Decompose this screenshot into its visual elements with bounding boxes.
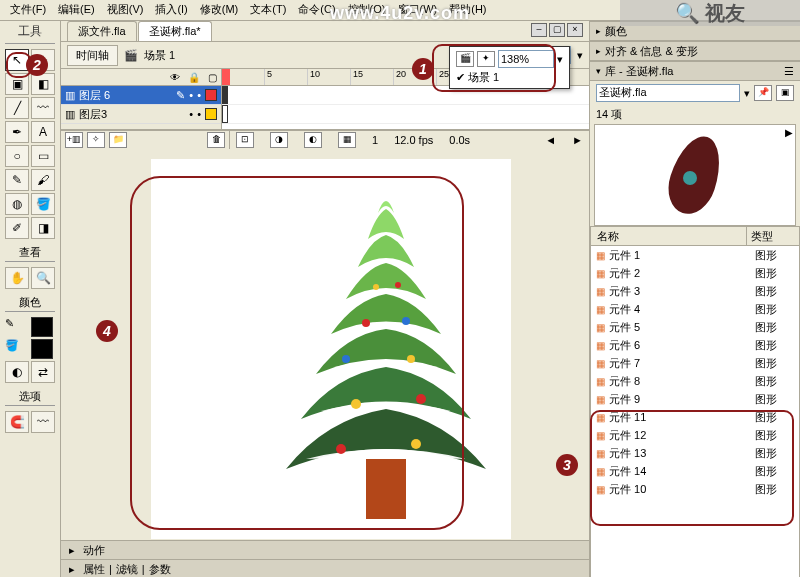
library-item-row[interactable]: ▦元件 5图形 <box>591 318 799 336</box>
new-folder-button[interactable]: 📁 <box>109 132 127 148</box>
selector-arrow-icon[interactable]: ▾ <box>744 87 750 100</box>
library-item-row[interactable]: ▦元件 7图形 <box>591 354 799 372</box>
properties-tab[interactable]: 属性 <box>83 562 105 577</box>
col-name-header[interactable]: 名称 <box>591 227 747 245</box>
scene-popup-item[interactable]: 场景 1 <box>468 70 499 85</box>
minimize-button[interactable]: – <box>531 23 547 37</box>
library-panel-header[interactable]: ▾库 - 圣诞树.fla☰ <box>590 61 800 81</box>
layer-row[interactable]: ▥ 图层3 •• <box>61 105 221 124</box>
edit-multiple-button[interactable]: ▦ <box>338 132 356 148</box>
graphic-icon: ▦ <box>591 304 609 315</box>
item-type: 图形 <box>755 446 799 461</box>
hand-tool[interactable]: ✋ <box>5 267 29 289</box>
timeline-toggle-button[interactable]: 时间轴 <box>67 45 118 66</box>
library-item-row[interactable]: ▦元件 10图形 <box>591 480 799 498</box>
timeline-track[interactable] <box>222 105 589 124</box>
filters-tab[interactable]: 滤镜 <box>116 562 138 577</box>
restore-button[interactable]: ▢ <box>549 23 565 37</box>
ink-bottle-tool[interactable]: ◍ <box>5 193 29 215</box>
properties-panel-bar[interactable]: ▸ 属性 | 滤镜 | 参数 <box>61 559 589 577</box>
zoom-tool[interactable]: 🔍 <box>31 267 55 289</box>
eraser-tool[interactable]: ◨ <box>31 217 55 239</box>
library-item-row[interactable]: ▦元件 2图形 <box>591 264 799 282</box>
library-item-row[interactable]: ▦元件 4图形 <box>591 300 799 318</box>
paint-bucket-tool[interactable]: 🪣 <box>31 193 55 215</box>
edit-scene-icon[interactable]: 🎬 <box>456 51 474 67</box>
snap-option[interactable]: 🧲 <box>5 411 29 433</box>
zoom-popup-arrow-icon[interactable]: ▾ <box>557 53 563 66</box>
playhead[interactable] <box>222 69 230 85</box>
edit-symbol-icon[interactable]: ✦ <box>477 51 495 67</box>
line-tool[interactable]: ╱ <box>5 97 29 119</box>
tab-source[interactable]: 源文件.fla <box>67 21 137 41</box>
stage-canvas[interactable] <box>151 159 511 539</box>
gradient-tool[interactable]: ◧ <box>31 73 55 95</box>
stage-viewport[interactable] <box>61 149 589 540</box>
library-item-row[interactable]: ▦元件 14图形 <box>591 462 799 480</box>
zoom-popup-input[interactable] <box>498 50 554 68</box>
keyframe[interactable] <box>222 105 228 123</box>
tab-active[interactable]: 圣诞树.fla* <box>138 21 212 41</box>
fill-color-swatch[interactable] <box>31 339 53 359</box>
center-frame-button[interactable]: ⊡ <box>236 132 254 148</box>
library-item-row[interactable]: ▦元件 13图形 <box>591 444 799 462</box>
expand-arrow-icon[interactable]: ▸ <box>69 563 79 576</box>
menu-edit[interactable]: 编辑(E) <box>52 0 101 20</box>
delete-layer-button[interactable]: 🗑 <box>207 132 225 148</box>
actions-panel-bar[interactable]: ▸ 动作 <box>61 540 589 559</box>
menu-file[interactable]: 文件(F) <box>4 0 52 20</box>
swap-color-button[interactable]: ⇄ <box>31 361 55 383</box>
pen-tool[interactable]: ✒ <box>5 121 29 143</box>
pencil-tool[interactable]: ✎ <box>5 169 29 191</box>
eye-column-icon[interactable]: 👁 <box>170 72 180 83</box>
panel-menu-icon[interactable]: ☰ <box>784 65 794 78</box>
scroll-right-icon[interactable]: ► <box>572 134 583 146</box>
col-type-header[interactable]: 类型 <box>747 227 799 245</box>
eyedropper-tool[interactable]: ✐ <box>5 217 29 239</box>
library-item-row[interactable]: ▦元件 9图形 <box>591 390 799 408</box>
library-item-row[interactable]: ▦元件 8图形 <box>591 372 799 390</box>
new-motion-guide-button[interactable]: ✧ <box>87 132 105 148</box>
lasso-tool[interactable]: 〰 <box>31 97 55 119</box>
library-item-row[interactable]: ▦元件 12图形 <box>591 426 799 444</box>
callout-2: 2 <box>26 54 48 76</box>
expand-arrow-icon[interactable]: ▸ <box>69 544 79 557</box>
library-list[interactable]: ▦元件 1图形▦元件 2图形▦元件 3图形▦元件 4图形▦元件 5图形▦元件 6… <box>590 246 800 577</box>
align-panel-header[interactable]: ▸对齐 & 信息 & 变形 <box>590 41 800 61</box>
layer-row-selected[interactable]: ▥ 图层 6 ✎•• <box>61 86 221 105</box>
rect-tool[interactable]: ▭ <box>31 145 55 167</box>
scroll-left-icon[interactable]: ◄ <box>545 134 556 146</box>
oval-tool[interactable]: ○ <box>5 145 29 167</box>
svg-point-3 <box>351 399 361 409</box>
stroke-color-swatch[interactable] <box>31 317 53 337</box>
menu-modify[interactable]: 修改(M) <box>194 0 245 20</box>
library-file-selector[interactable]: 圣诞树.fla <box>596 84 740 102</box>
menu-text[interactable]: 文本(T) <box>244 0 292 20</box>
smooth-option[interactable]: 〰 <box>31 411 55 433</box>
zoom-dropdown-icon[interactable]: ▾ <box>577 49 583 62</box>
library-item-row[interactable]: ▦元件 3图形 <box>591 282 799 300</box>
menu-view[interactable]: 视图(V) <box>101 0 150 20</box>
outline-column-icon[interactable]: ▢ <box>208 72 217 83</box>
text-tool[interactable]: A <box>31 121 55 143</box>
divider <box>5 405 55 406</box>
free-transform-tool[interactable]: ▣ <box>5 73 29 95</box>
bw-color-button[interactable]: ◐ <box>5 361 29 383</box>
lock-column-icon[interactable]: 🔒 <box>188 72 200 83</box>
onion-skin-button[interactable]: ◑ <box>270 132 288 148</box>
menu-insert[interactable]: 插入(I) <box>149 0 193 20</box>
new-library-button[interactable]: ▣ <box>776 85 794 101</box>
new-layer-button[interactable]: +▥ <box>65 132 83 148</box>
library-item-row[interactable]: ▦元件 6图形 <box>591 336 799 354</box>
onion-outline-button[interactable]: ◐ <box>304 132 322 148</box>
brush-tool[interactable]: 🖌 <box>31 169 55 191</box>
keyframe[interactable] <box>222 86 228 104</box>
item-name: 元件 1 <box>609 248 755 263</box>
params-tab[interactable]: 参数 <box>149 562 171 577</box>
close-button[interactable]: × <box>567 23 583 37</box>
preview-play-button[interactable]: ▶ <box>785 127 793 138</box>
library-item-row[interactable]: ▦元件 1图形 <box>591 246 799 264</box>
pin-library-button[interactable]: 📌 <box>754 85 772 101</box>
actions-tab[interactable]: 动作 <box>83 543 105 558</box>
library-item-row[interactable]: ▦元件 11图形 <box>591 408 799 426</box>
